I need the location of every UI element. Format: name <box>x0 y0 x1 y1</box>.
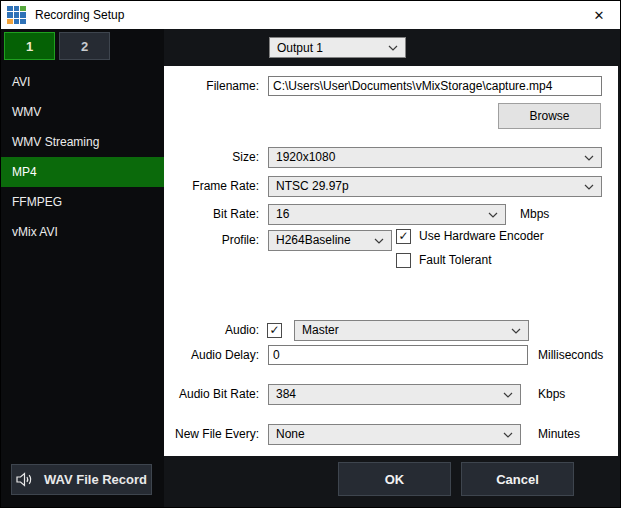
audio-bit-rate-select[interactable]: 384 <box>268 384 521 405</box>
chevron-down-icon <box>503 392 513 398</box>
chevron-down-icon <box>503 432 513 438</box>
audio-label: Audio: <box>164 320 259 341</box>
sidebar-item-mp4[interactable]: MP4 <box>1 157 164 187</box>
size-select-value: 1920x1080 <box>276 147 335 168</box>
recording-setup-dialog: Recording Setup ✕ 1 2 AVI WMV WMV Stream… <box>0 0 621 508</box>
ok-button[interactable]: OK <box>338 462 451 496</box>
sidebar: 1 2 AVI WMV WMV Streaming MP4 FFMPEG vMi… <box>1 29 164 508</box>
sidebar-item-wmv-streaming[interactable]: WMV Streaming <box>1 127 164 157</box>
browse-button[interactable]: Browse <box>498 103 601 129</box>
fault-tolerant-label: Fault Tolerant <box>419 252 492 268</box>
speaker-icon <box>16 472 33 487</box>
output-select-value: Output 1 <box>277 41 323 55</box>
chevron-down-icon <box>584 184 594 190</box>
chevron-down-icon <box>511 328 521 334</box>
chevron-down-icon <box>584 155 594 161</box>
audio-bus-select-value: Master <box>302 320 339 341</box>
frame-rate-select-value: NTSC 29.97p <box>276 176 349 197</box>
chevron-down-icon <box>388 45 398 51</box>
new-file-every-label: New File Every: <box>164 424 259 445</box>
audio-delay-input[interactable] <box>268 345 528 365</box>
size-label: Size: <box>164 147 259 168</box>
sidebar-item-wmv[interactable]: WMV <box>1 97 164 127</box>
recorder-tab-2[interactable]: 2 <box>59 32 110 60</box>
wav-button-label: WAV File Record <box>44 472 147 487</box>
audio-checkbox[interactable]: ✓ <box>267 323 282 338</box>
new-file-every-unit: Minutes <box>538 424 580 445</box>
wav-file-record-button[interactable]: WAV File Record <box>11 464 152 495</box>
use-hardware-encoder-checkbox[interactable]: ✓ <box>396 229 411 244</box>
format-menu: AVI WMV WMV Streaming MP4 FFMPEG vMix AV… <box>1 67 164 247</box>
sidebar-item-ffmpeg[interactable]: FFMPEG <box>1 187 164 217</box>
audio-bus-select[interactable]: Master <box>294 320 529 341</box>
sidebar-item-vmix-avi[interactable]: vMix AVI <box>1 217 164 247</box>
recorder-tab-1[interactable]: 1 <box>4 32 55 60</box>
filename-label: Filename: <box>164 76 259 97</box>
close-icon[interactable]: ✕ <box>578 1 620 29</box>
size-select[interactable]: 1920x1080 <box>268 147 602 168</box>
audio-delay-label: Audio Delay: <box>164 345 259 366</box>
bit-rate-label: Bit Rate: <box>164 204 259 225</box>
new-file-every-select[interactable]: None <box>268 424 521 445</box>
cancel-button[interactable]: Cancel <box>461 462 574 496</box>
bit-rate-unit: Mbps <box>520 204 549 225</box>
audio-delay-unit: Milliseconds <box>538 345 603 366</box>
filename-input[interactable] <box>268 76 602 96</box>
chevron-down-icon <box>374 238 384 244</box>
frame-rate-label: Frame Rate: <box>164 176 259 197</box>
bit-rate-select[interactable]: 16 <box>268 204 506 225</box>
audio-bit-rate-unit: Kbps <box>538 384 565 405</box>
fault-tolerant-checkbox[interactable] <box>396 253 411 268</box>
window-title: Recording Setup <box>35 8 124 22</box>
profile-select[interactable]: H264Baseline <box>268 230 392 251</box>
bit-rate-select-value: 16 <box>276 204 289 225</box>
titlebar: Recording Setup ✕ <box>1 1 620 29</box>
sidebar-item-avi[interactable]: AVI <box>1 67 164 97</box>
new-file-every-select-value: None <box>276 424 305 445</box>
profile-select-value: H264Baseline <box>276 230 351 251</box>
vmix-logo-icon <box>7 6 26 25</box>
chevron-down-icon <box>488 212 498 218</box>
use-hardware-encoder-label: Use Hardware Encoder <box>419 228 544 244</box>
output-select[interactable]: Output 1 <box>269 37 406 58</box>
profile-label: Profile: <box>164 230 259 251</box>
audio-bit-rate-select-value: 384 <box>276 384 296 405</box>
settings-panel: Filename: Browse Size: 1920x1080 Frame R… <box>164 66 618 456</box>
frame-rate-select[interactable]: NTSC 29.97p <box>268 176 602 197</box>
audio-bit-rate-label: Audio Bit Rate: <box>164 384 259 405</box>
